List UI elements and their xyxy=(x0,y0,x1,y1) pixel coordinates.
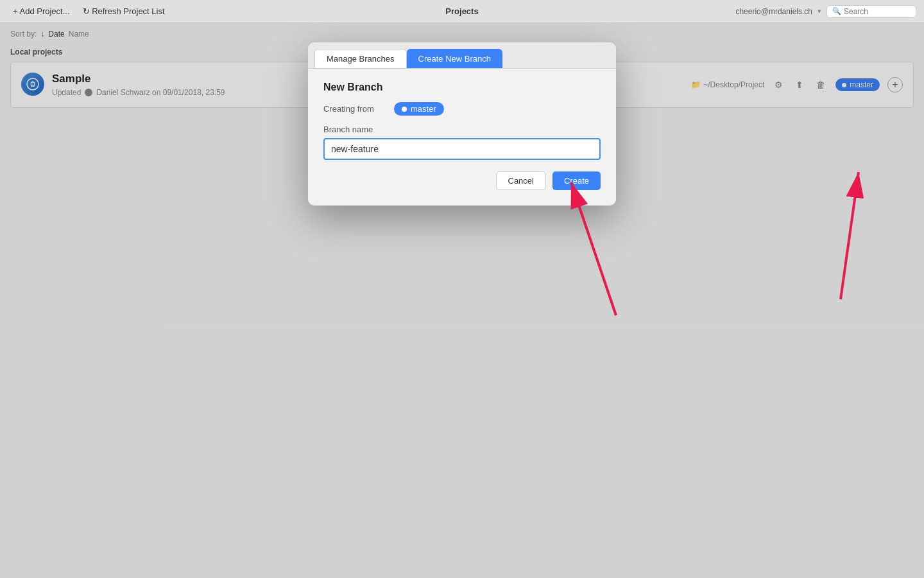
toolbar: + Add Project... ↻ Refresh Project List … xyxy=(0,0,924,23)
creating-from-branch: master xyxy=(411,104,436,114)
creating-from-badge: master xyxy=(394,102,444,116)
search-icon: 🔍 xyxy=(832,7,841,15)
tab-manage-branches[interactable]: Manage Branches xyxy=(314,49,407,68)
modal-title: New Branch xyxy=(323,82,601,93)
branch-name-label: Branch name xyxy=(323,125,601,134)
modal-tabs: Manage Branches Create New Branch xyxy=(308,42,616,69)
search-input[interactable] xyxy=(844,7,911,16)
toolbar-right: cheerio@mrdaniels.ch ▾ 🔍 xyxy=(735,5,916,18)
cancel-button[interactable]: Cancel xyxy=(496,171,546,190)
modal-actions: Cancel Create xyxy=(323,171,601,190)
create-button[interactable]: Create xyxy=(552,171,601,190)
app-title: Projects xyxy=(445,6,478,16)
tab-create-new-branch[interactable]: Create New Branch xyxy=(407,49,502,68)
creating-from-label: Creating from xyxy=(323,104,388,114)
branch-name-input[interactable] xyxy=(323,138,601,160)
refresh-project-list-button[interactable]: ↻ Refresh Project List xyxy=(78,4,170,19)
add-project-label: + Add Project... xyxy=(13,6,70,16)
branch-from-dot xyxy=(402,107,407,112)
chevron-down-icon[interactable]: ▾ xyxy=(817,7,821,15)
main-content: Sort by: ↓ Date Name Local projects Samp… xyxy=(0,23,924,578)
refresh-label: ↻ Refresh Project List xyxy=(83,6,165,16)
add-project-button[interactable]: + Add Project... xyxy=(8,4,75,19)
modal-overlay: Manage Branches Create New Branch New Br… xyxy=(0,23,924,578)
toolbar-left: + Add Project... ↻ Refresh Project List xyxy=(8,4,170,19)
branch-name-field: Branch name xyxy=(323,125,601,160)
new-branch-modal: Manage Branches Create New Branch New Br… xyxy=(308,42,616,206)
search-box: 🔍 xyxy=(826,5,916,18)
modal-body: New Branch Creating from master Branch n… xyxy=(308,69,616,206)
user-email: cheerio@mrdaniels.ch xyxy=(735,7,812,16)
creating-from-row: Creating from master xyxy=(323,102,601,116)
